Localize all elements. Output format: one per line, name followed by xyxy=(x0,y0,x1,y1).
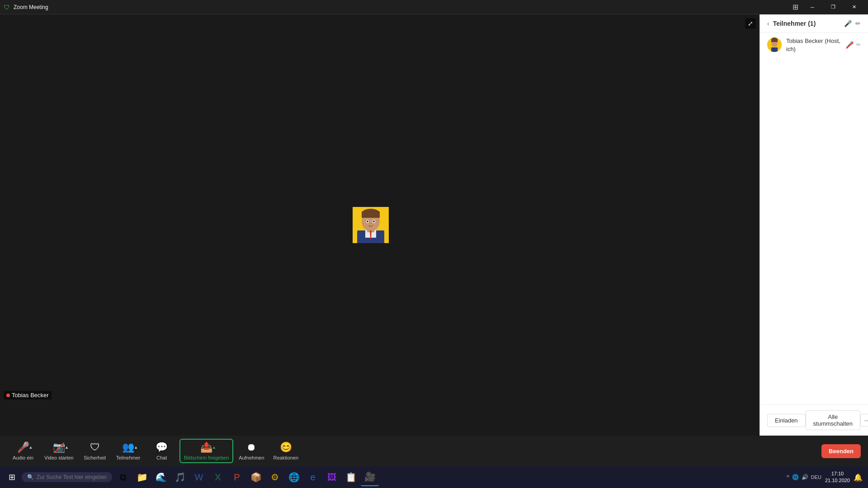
record-icon-wrapper: ⏺ xyxy=(246,441,256,453)
participant-item: Tobias Becker (Host, ich) 🎤 ✏ xyxy=(760,33,868,56)
chat-icon-wrapper: 💬 xyxy=(156,441,168,453)
edge2-app[interactable]: e xyxy=(304,468,322,486)
sidebar-header: ‹ Teilnehmer (1) 🎤 ✏ xyxy=(760,14,868,33)
video-expand-button[interactable]: ⤢ xyxy=(745,18,756,29)
participant-photo xyxy=(767,38,782,52)
excel-icon: X xyxy=(215,472,221,483)
systray-arrow[interactable]: ^ xyxy=(787,474,789,480)
audio-icon-wrapper: 🎤 ▲ xyxy=(17,441,29,453)
end-meeting-button[interactable]: Beenden xyxy=(821,444,861,458)
record-icon: ⏺ xyxy=(246,441,256,453)
app10[interactable]: 📋 xyxy=(342,468,360,486)
window-title: Zoom Meeting xyxy=(14,4,793,10)
expand-button[interactable]: ⊞ xyxy=(793,3,798,11)
participants-label: Teilnehmer xyxy=(116,455,141,460)
svg-point-10 xyxy=(373,221,375,222)
app9-icon: 🖼 xyxy=(327,472,336,483)
mic-muted-icon: 🎤 xyxy=(846,41,854,48)
participants-button[interactable]: 👥 ▲ Teilnehmer xyxy=(113,440,144,462)
sidebar-header-right: 🎤 ✏ xyxy=(844,20,861,27)
audio-button[interactable]: 🎤 ▲ Audio ein xyxy=(7,440,39,462)
start-button[interactable]: ⊞ xyxy=(2,467,22,487)
close-button[interactable]: ✕ xyxy=(844,0,864,14)
clock-date: 21.10.2020 xyxy=(825,477,850,484)
chat-button[interactable]: 💬 Chat xyxy=(146,440,178,462)
invite-button[interactable]: Einladen xyxy=(767,414,806,427)
notifications-icon[interactable]: 🔔 xyxy=(854,473,863,482)
word-app[interactable]: W xyxy=(190,468,208,486)
security-label: Sicherheit xyxy=(84,455,106,460)
video-area: Tobias Becker ⤢ xyxy=(0,14,760,436)
participants-sidebar: ‹ Teilnehmer (1) 🎤 ✏ Tobias Becker ( xyxy=(760,14,868,436)
edge-app[interactable]: 🌊 xyxy=(152,468,170,486)
reactions-label: Reaktionen xyxy=(274,455,299,460)
sidebar-action-row: Einladen Alle stummschalten ··· xyxy=(767,410,861,430)
minimize-button[interactable]: ─ xyxy=(802,0,823,14)
excel-app[interactable]: X xyxy=(209,468,227,486)
share-screen-button[interactable]: 📤 ▲ Bildschirm freigeben xyxy=(179,439,234,463)
app7[interactable]: ⚙ xyxy=(266,468,284,486)
zoom-taskbar-app[interactable]: 🎥 xyxy=(361,468,379,486)
chevron-icon[interactable]: ‹ xyxy=(767,20,769,27)
more-options-button[interactable]: ··· xyxy=(860,414,868,427)
task-view-icon: ⧉ xyxy=(120,472,126,483)
svg-rect-6 xyxy=(362,211,380,218)
app10-icon: 📋 xyxy=(345,472,357,483)
share-icon-wrapper: 📤 ▲ xyxy=(200,441,212,453)
sidebar-title: Teilnehmer (1) xyxy=(773,20,816,27)
windows-taskbar: ⊞ 🔍 ⧉ 📁 🌊 🎵 W X P 📦 ⚙ xyxy=(0,466,868,488)
reactions-icon-wrapper: 😊 xyxy=(280,441,292,453)
app6-icon: 📦 xyxy=(250,472,262,483)
app6[interactable]: 📦 xyxy=(247,468,265,486)
systray-battery: DEU xyxy=(811,474,821,480)
windows-icon: ⊞ xyxy=(9,472,15,482)
participant-name-label: Tobias Becker xyxy=(4,391,52,399)
sidebar-header-left: ‹ Teilnehmer (1) xyxy=(767,20,816,27)
taskbar-apps: ⧉ 📁 🌊 🎵 W X P 📦 ⚙ 🌐 e xyxy=(114,468,379,486)
app7-icon: ⚙ xyxy=(271,472,279,483)
main-area: Tobias Becker ⤢ ‹ Teilnehmer (1) 🎤 ✏ xyxy=(0,14,868,436)
systray-network: 🌐 xyxy=(792,474,799,480)
app9[interactable]: 🖼 xyxy=(323,468,341,486)
edge-icon: 🌊 xyxy=(156,472,167,483)
zoom-taskbar-icon: 🎥 xyxy=(364,471,376,482)
mute-indicator xyxy=(6,394,10,397)
file-explorer-app[interactable]: 📁 xyxy=(133,468,151,486)
svg-rect-17 xyxy=(771,47,778,52)
participant-full-name: Tobias Becker (Host, ich) xyxy=(786,38,840,52)
chat-label: Chat xyxy=(156,455,167,460)
participants-icon: 👥 xyxy=(122,441,134,453)
edit-icon-btn[interactable]: ✏ xyxy=(855,20,861,27)
security-icon-wrapper: 🛡 xyxy=(90,441,100,453)
word-icon: W xyxy=(195,472,203,483)
participant-edit-icon[interactable]: ✏ xyxy=(856,42,861,48)
powerpoint-app[interactable]: P xyxy=(228,468,246,486)
search-input[interactable] xyxy=(37,474,107,480)
mic-icon: 🎤 xyxy=(17,441,29,453)
security-button[interactable]: 🛡 Sicherheit xyxy=(79,440,111,462)
svg-point-11 xyxy=(370,223,372,225)
meeting-toolbar: 🎤 ▲ Audio ein 📷 ▲ Video starten 🛡 Sicher… xyxy=(0,436,868,466)
spotify-app[interactable]: 🎵 xyxy=(171,468,189,486)
shield-icon: 🛡 xyxy=(4,4,10,11)
security-icon: 🛡 xyxy=(90,441,100,453)
video-icon: 📷 xyxy=(53,441,65,453)
reactions-button[interactable]: 😊 Reaktionen xyxy=(270,440,302,462)
taskbar-search-box[interactable]: 🔍 xyxy=(22,472,112,482)
edge2-icon: e xyxy=(310,472,315,483)
toolbar-right-area: Beenden xyxy=(818,444,861,458)
record-button[interactable]: ⏺ Aufnehmen xyxy=(235,440,268,462)
clock-time: 17:10 xyxy=(831,470,844,477)
taskbar-right: ^ 🌐 🔊 DEU 17:10 21.10.2020 🔔 xyxy=(787,470,866,484)
search-icon: 🔍 xyxy=(27,474,34,480)
avatar-svg xyxy=(353,207,389,243)
task-view-button[interactable]: ⧉ xyxy=(114,468,132,486)
video-button[interactable]: 📷 ▲ Video starten xyxy=(41,440,77,462)
mute-all-button[interactable]: Alle stummschalten xyxy=(806,410,860,430)
system-clock[interactable]: 17:10 21.10.2020 xyxy=(825,470,850,484)
restore-button[interactable]: ❐ xyxy=(823,0,844,14)
chrome-app[interactable]: 🌐 xyxy=(285,468,303,486)
sidebar-footer: Einladen Alle stummschalten ··· xyxy=(760,404,868,436)
microphone-icon-btn[interactable]: 🎤 xyxy=(844,20,852,27)
chat-icon: 💬 xyxy=(156,441,168,453)
